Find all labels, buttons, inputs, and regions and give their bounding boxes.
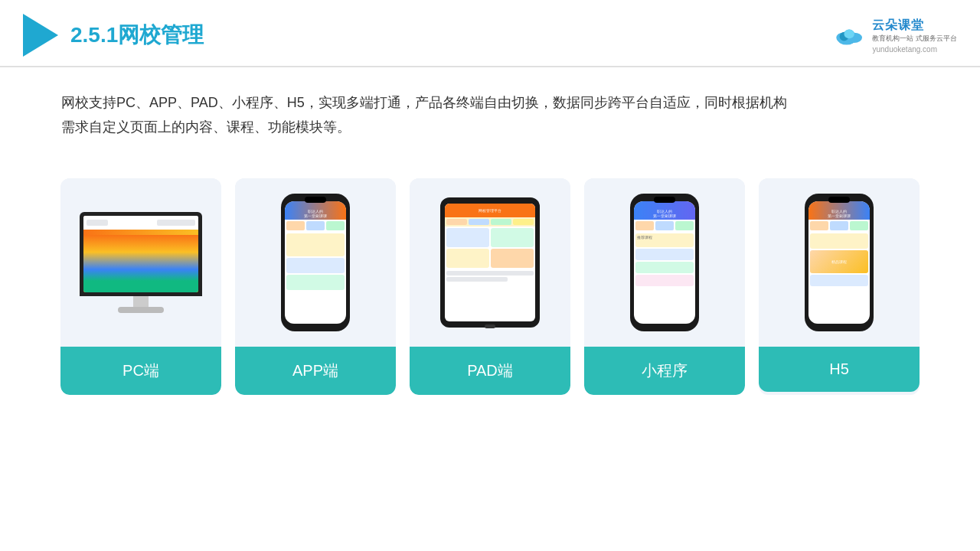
card-h5-label: H5	[759, 347, 920, 392]
card-pad-label: PAD端	[410, 347, 570, 395]
card-h5-image: 职达人的第一堂刷课课 精品课程	[759, 178, 920, 347]
card-h5: 职达人的第一堂刷课课 精品课程	[759, 178, 920, 395]
pc-monitor-icon: 职达人的第一堂刷课课	[80, 212, 202, 313]
card-miniapp-label: 小程序	[584, 347, 745, 395]
brand-logo-area: 云朵课堂 教育机构一站 式服务云平台 yunduoketang.com	[834, 18, 957, 54]
miniapp-phone-icon: 职达人的第一堂刷课课 推荐课程	[630, 194, 699, 331]
svg-point-5	[844, 29, 854, 38]
brand-logo: 云朵课堂 教育机构一站 式服务云平台 yunduoketang.com	[834, 18, 957, 54]
card-pc-label: PC端	[60, 347, 221, 395]
title-prefix: 2.5.1	[70, 23, 118, 47]
card-pad: 网校管理平台	[410, 178, 570, 395]
card-miniapp-image: 职达人的第一堂刷课课 推荐课程	[584, 178, 745, 347]
monitor-screen: 职达人的第一堂刷课课	[83, 216, 198, 292]
h5-phone-icon: 职达人的第一堂刷课课 精品课程	[805, 194, 874, 331]
monitor-stand	[133, 296, 149, 307]
monitor-base	[118, 307, 164, 313]
card-pad-image: 网校管理平台	[410, 178, 570, 347]
description-text-1: 网校支持PC、APP、PAD、小程序、H5，实现多端打通，产品各终端自由切换，数…	[61, 90, 919, 115]
logo-triangle-icon	[23, 14, 58, 57]
h5-phone-screen: 职达人的第一堂刷课课 精品课程	[808, 201, 870, 324]
header-left: 2.5.1网校管理	[23, 14, 204, 57]
card-miniapp: 职达人的第一堂刷课课 推荐课程 小程序	[584, 178, 745, 395]
card-pc-image: 职达人的第一堂刷课课	[60, 178, 221, 347]
description-area: 网校支持PC、APP、PAD、小程序、H5，实现多端打通，产品各终端自由切换，数…	[0, 67, 980, 148]
card-pc: 职达人的第一堂刷课课	[60, 178, 221, 395]
tagline-line1: 教育机构一站	[872, 34, 913, 42]
page-header: 2.5.1网校管理 云朵课堂 教育机构一站 式服务云平台 yunduoketan…	[0, 0, 980, 67]
brand-url: yunduoketang.com	[872, 45, 937, 54]
card-app-label: APP端	[235, 347, 396, 395]
description-text-2: 需求自定义页面上的内容、课程、功能模块等。	[61, 115, 919, 139]
app-phone-screen: 职达人的第一堂刷课课	[285, 201, 346, 324]
page-title: 2.5.1网校管理	[70, 21, 204, 50]
brand-name: 云朵课堂	[872, 18, 924, 34]
app-phone-icon: 职达人的第一堂刷课课	[281, 194, 350, 331]
cards-section: 职达人的第一堂刷课课	[0, 155, 980, 395]
miniapp-phone-screen: 职达人的第一堂刷课课 推荐课程	[634, 201, 695, 324]
brand-tagline: 教育机构一站 式服务云平台	[872, 34, 957, 44]
tablet-home-btn	[485, 324, 495, 328]
phone-notch	[305, 197, 326, 203]
tagline-line2: 式服务云平台	[916, 34, 957, 42]
pad-tablet-screen: 网校管理平台	[445, 204, 535, 321]
title-main: 网校管理	[118, 23, 204, 47]
card-app-image: 职达人的第一堂刷课课	[235, 178, 396, 347]
pad-tablet-icon: 网校管理平台	[440, 197, 540, 328]
brand-text: 云朵课堂 教育机构一站 式服务云平台 yunduoketang.com	[872, 18, 957, 54]
card-app: 职达人的第一堂刷课课 APP端	[235, 178, 396, 395]
h5-phone-notch	[828, 197, 850, 203]
cloud-icon	[834, 24, 866, 46]
monitor-frame: 职达人的第一堂刷课课	[80, 212, 202, 296]
miniapp-phone-notch	[654, 197, 675, 203]
